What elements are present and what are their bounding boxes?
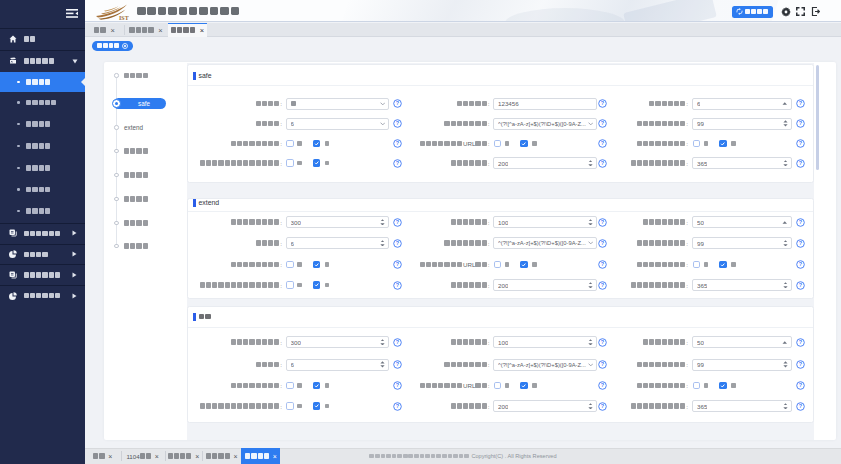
svg-text:?: ? [798,261,802,267]
svg-text:?: ? [798,100,802,106]
svg-text:?: ? [798,219,802,225]
svg-text:?: ? [798,160,802,166]
svg-text:?: ? [798,361,802,367]
svg-text:?: ? [798,382,802,388]
svg-text:?: ? [798,403,802,409]
svg-text:?: ? [798,282,802,288]
svg-text:?: ? [798,339,802,345]
svg-text:?: ? [798,140,802,146]
svg-text:?: ? [798,240,802,246]
svg-text:IST: IST [119,15,129,21]
svg-text:?: ? [798,120,802,126]
